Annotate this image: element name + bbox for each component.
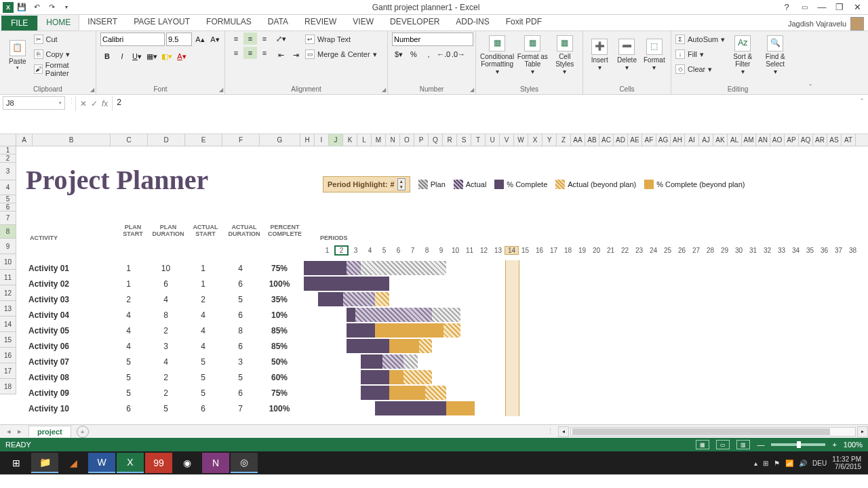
plan-duration-cell[interactable]: 2 [147,373,184,382]
percent-complete-cell[interactable]: 100% [259,404,300,413]
actual-start-cell[interactable]: 5 [184,357,222,367]
col-header-W[interactable]: W [514,134,528,146]
period-header-11[interactable]: 11 [462,247,477,254]
align-middle-button[interactable]: ≡ [243,33,257,45]
font-color-button[interactable]: A▾ [175,50,189,62]
percent-complete-cell[interactable]: 50% [259,357,300,367]
period-header-7[interactable]: 7 [406,247,420,254]
tray-language[interactable]: DEU [812,460,827,467]
plan-start-cell[interactable]: 5 [110,373,147,382]
col-header-AD[interactable]: AD [614,134,628,146]
period-header-37[interactable]: 37 [831,247,846,254]
period-header-38[interactable]: 38 [846,247,860,254]
percent-complete-cell[interactable]: 60% [259,373,300,382]
align-right-button[interactable]: ≡ [258,47,271,59]
tray-network-icon[interactable]: 📶 [785,460,793,467]
period-header-17[interactable]: 17 [547,247,561,254]
currency-button[interactable]: $▾ [392,48,406,60]
row-header-2[interactable]: 2 [0,155,16,163]
row-header-7[interactable]: 7 [0,211,16,225]
tab-review[interactable]: REVIEW [296,14,344,30]
taskbar-chrome-icon[interactable]: ◉ [174,453,201,473]
hscroll-left-icon[interactable]: ◂ [558,426,569,437]
col-header-AS[interactable]: AS [827,134,842,146]
plan-duration-cell[interactable]: 2 [147,388,184,398]
taskbar-word-icon[interactable]: W [88,453,115,473]
delete-cells-button[interactable]: ➖Delete▾ [614,33,639,77]
period-header-27[interactable]: 27 [689,247,703,254]
percent-button[interactable]: % [407,48,420,60]
bold-button[interactable]: B [100,50,114,62]
actual-start-cell[interactable]: 5 [184,388,222,398]
col-header-AR[interactable]: AR [813,134,827,146]
activity-name[interactable]: Activity 04 [16,310,110,320]
actual-start-cell[interactable]: 2 [184,295,222,304]
orientation-button[interactable]: ⤢▾ [274,33,288,45]
align-top-button[interactable]: ≡ [229,33,243,45]
number-launcher-icon[interactable]: ◢ [470,87,474,93]
taskbar-explorer-icon[interactable]: 📁 [31,453,58,473]
align-center-button[interactable]: ≡ [243,47,257,59]
cut-button[interactable]: ✂Cut [34,33,92,46]
sheet-nav-prev-icon[interactable]: ◂ [7,427,11,436]
percent-complete-cell[interactable]: 85% [259,342,300,351]
row-header-14[interactable]: 14 [0,317,16,332]
actual-duration-cell[interactable]: 6 [222,279,259,289]
sheet-tab-project[interactable]: project [28,426,71,437]
period-header-10[interactable]: 10 [448,247,462,254]
col-header-AC[interactable]: AC [599,134,614,146]
plan-duration-cell[interactable]: 3 [147,342,184,351]
col-header-AO[interactable]: AO [770,134,785,146]
shrink-font-icon[interactable]: A▾ [208,33,222,45]
period-header-36[interactable]: 36 [817,247,831,254]
col-header-S[interactable]: S [457,134,471,146]
tab-foxit-pdf[interactable]: Foxit PDF [498,14,550,30]
actual-duration-cell[interactable]: 3 [222,357,259,367]
plan-duration-cell[interactable]: 8 [147,310,184,320]
col-header-AG[interactable]: AG [656,134,671,146]
percent-complete-cell[interactable]: 85% [259,326,300,336]
period-header-20[interactable]: 20 [589,247,604,254]
actual-duration-cell[interactable]: 6 [222,342,259,351]
tab-view[interactable]: VIEW [344,14,382,30]
cancel-formula-icon[interactable]: ✕ [80,99,87,108]
plan-duration-cell[interactable]: 4 [147,357,184,367]
row-header-10[interactable]: 10 [0,254,16,270]
qat-redo-icon[interactable]: ↷ [45,1,58,14]
row-header-17[interactable]: 17 [0,363,16,379]
percent-complete-cell[interactable]: 100% [259,279,300,289]
zoom-in-icon[interactable]: + [832,441,836,449]
copy-button[interactable]: ⎘Copy ▾ [34,47,92,61]
period-header-22[interactable]: 22 [618,247,632,254]
tab-formulas[interactable]: FORMULAS [198,14,260,30]
hscroll-right-icon[interactable]: ▸ [857,426,868,437]
sort-filter-button[interactable]: AᴢSort & Filter▾ [728,33,757,77]
row-header-13[interactable]: 13 [0,301,16,317]
col-header-C[interactable]: C [111,134,148,146]
col-header-K[interactable]: K [343,134,357,146]
qat-customize-icon[interactable]: ▾ [60,1,73,14]
percent-complete-cell[interactable]: 10% [259,310,300,320]
taskbar-matlab-icon[interactable]: ◢ [60,453,87,473]
tab-insert[interactable]: INSERT [79,14,125,30]
col-header-AJ[interactable]: AJ [699,134,713,146]
period-header-23[interactable]: 23 [632,247,646,254]
col-header-F[interactable]: F [222,134,260,146]
period-header-24[interactable]: 24 [646,247,660,254]
activity-name[interactable]: Activity 01 [16,264,110,273]
plan-start-cell[interactable]: 4 [110,310,147,320]
col-header-A[interactable]: A [16,134,33,146]
grow-font-icon[interactable]: A▴ [193,33,207,45]
plan-start-cell[interactable]: 1 [110,264,147,273]
period-header-32[interactable]: 32 [760,247,774,254]
qat-undo-icon[interactable]: ↶ [30,1,43,14]
period-highlight-control[interactable]: Period Highlight: # ▴▾ [323,176,410,192]
find-select-button[interactable]: 🔍Find & Select▾ [760,33,790,77]
row-header-1[interactable]: 1 [0,146,16,155]
col-header-Y[interactable]: Y [542,134,557,146]
actual-start-cell[interactable]: 1 [184,279,222,289]
period-header-18[interactable]: 18 [561,247,575,254]
font-name-select[interactable] [100,33,165,46]
increase-decimal-button[interactable]: ←.0 [437,48,450,60]
col-header-AK[interactable]: AK [713,134,728,146]
